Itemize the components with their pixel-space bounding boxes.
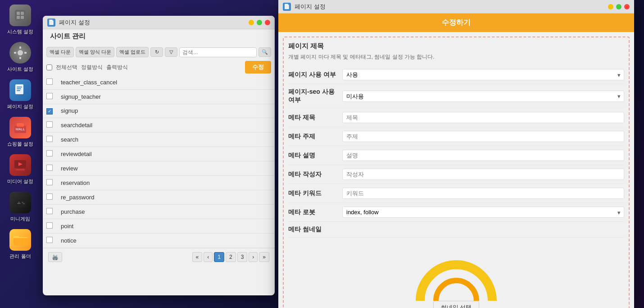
row-checkbox-cell[interactable] (43, 132, 56, 147)
svg-text:MALL: MALL (16, 127, 25, 131)
row-checkbox-cell[interactable] (43, 175, 56, 190)
search-input[interactable] (179, 47, 257, 57)
page-icon-label: 페이지 설정 (7, 103, 33, 110)
first-page-btn[interactable]: « (192, 252, 203, 262)
checkbox-checked[interactable]: ✓ (46, 108, 53, 115)
row-checkbox-cell[interactable] (43, 118, 56, 132)
svg-rect-12 (17, 88, 21, 89)
folder-icon (9, 229, 31, 251)
page-use-row: 페이지 사용 여부 사용 미사용 (288, 65, 624, 84)
page-title-desc: 개별 페이지 마다 제목 및 메타태그, 썸네일 설정 가능 합니다. (288, 53, 624, 61)
row-checkbox-cell[interactable] (43, 75, 56, 90)
table-row: search (43, 132, 275, 147)
search-btn[interactable]: 🔍 (259, 47, 271, 57)
thumbnail-area: 썸네일 선택 (288, 238, 624, 308)
excel-form-btn[interactable]: 엑셀 양식 다운 (76, 47, 114, 57)
row-name-cell: point (56, 219, 275, 233)
pagination-bar: 🖨️ « ‹ 1 2 3 › » (43, 248, 275, 266)
row-checkbox-cell[interactable] (43, 147, 56, 161)
right-close-btn[interactable] (624, 4, 630, 9)
desktop-icon-media[interactable]: 미디어 설정 (2, 154, 38, 185)
page-seo-select[interactable]: 미사용 사용 (342, 91, 624, 102)
right-minimize-btn[interactable] (608, 4, 613, 9)
checkbox-unchecked[interactable] (46, 150, 53, 156)
desktop-icon-game[interactable]: 미니게임 (2, 192, 38, 222)
meta-subject-input[interactable] (342, 131, 624, 142)
svg-rect-13 (17, 90, 20, 91)
print-btn[interactable]: 🖨️ (48, 252, 62, 262)
desktop-icon-folder[interactable]: 관리 폴더 (2, 229, 38, 260)
meta-robot-select-wrapper: index, follow noindex, nofollow (342, 207, 624, 218)
checkbox-unchecked[interactable] (46, 121, 53, 128)
meta-subject-row: 메타 주제 (288, 127, 624, 146)
system-icon (9, 5, 31, 26)
svg-rect-19 (16, 169, 25, 170)
edit-button[interactable]: 수정하기 (278, 14, 634, 32)
right-maximize-btn[interactable] (616, 4, 621, 9)
right-titlebar: 📄 페이지 설정 (278, 0, 634, 14)
page-1-btn[interactable]: 1 (214, 252, 224, 262)
checkbox-unchecked[interactable] (46, 208, 53, 214)
row-checkbox-cell[interactable] (43, 190, 56, 204)
checkbox-unchecked[interactable] (46, 165, 53, 171)
meta-author-row: 메타 작성자 (288, 165, 624, 184)
row-checkbox-cell[interactable] (43, 219, 56, 233)
page-use-select[interactable]: 사용 미사용 (342, 69, 624, 80)
desktop-icon-settings[interactable]: 사이트 설정 (2, 42, 38, 73)
right-window-title: 페이지 설정 (295, 3, 604, 11)
table-row: teacher_class_cancel (43, 75, 275, 90)
desktop-icon-shop[interactable]: MALL 쇼핑몰 설정 (2, 117, 38, 147)
maximize-btn[interactable] (257, 20, 262, 25)
meta-author-input[interactable] (342, 169, 624, 180)
prev-page-btn[interactable]: ‹ (204, 252, 213, 262)
row-checkbox-cell[interactable] (43, 204, 56, 219)
page-3-btn[interactable]: 3 (237, 252, 248, 262)
desktop-icon-system[interactable]: 시스템 설정 (2, 5, 38, 35)
meta-keyword-input[interactable] (342, 188, 624, 199)
excel-upload-btn[interactable]: 엑셀 업로드 (116, 47, 149, 57)
last-page-btn[interactable]: » (259, 252, 269, 262)
checkbox-unchecked[interactable] (46, 93, 53, 99)
page-2-btn[interactable]: 2 (226, 252, 236, 262)
row-checkbox-cell[interactable]: ✓ (43, 104, 56, 118)
checkbox-unchecked[interactable] (46, 136, 53, 142)
meta-subject-label: 메타 주제 (288, 133, 342, 141)
meta-desc-input[interactable] (342, 150, 624, 161)
next-page-btn[interactable]: › (249, 252, 258, 262)
refresh-btn[interactable]: ↻ (150, 47, 163, 57)
filter-btn[interactable]: ▽ (165, 47, 177, 57)
checkbox-toolbar: 전체선택 정렬방식 출력방식 수정 (43, 59, 275, 75)
row-checkbox-cell[interactable] (43, 90, 56, 104)
table-row: re_password (43, 190, 275, 204)
checkbox-unchecked[interactable] (46, 222, 53, 229)
row-checkbox-cell[interactable] (43, 233, 56, 248)
table-row: review (43, 161, 275, 175)
desktop-icon-page[interactable]: 페이지 설정 (2, 79, 38, 110)
svg-rect-4 (21, 16, 24, 19)
table-row: searchdetail (43, 118, 275, 132)
checkbox-unchecked[interactable] (46, 237, 53, 243)
meta-title-input[interactable] (342, 112, 624, 123)
minimize-btn[interactable] (249, 20, 254, 25)
close-btn[interactable] (265, 20, 270, 25)
meta-robot-select[interactable]: index, follow noindex, nofollow (342, 207, 624, 218)
select-all-label: 전체선택 (56, 64, 77, 71)
row-name-cell: teacher_class_cancel (56, 75, 275, 90)
checkbox-unchecked[interactable] (46, 179, 53, 185)
page-seo-label: 페이지-seo 사용 여부 (288, 88, 342, 104)
left-window-icon: 📄 (47, 18, 55, 27)
system-icon-label: 시스템 설정 (7, 28, 33, 35)
right-window: 📄 페이지 설정 수정하기 페이지 제목 개별 페이지 마다 제목 및 메타태그… (278, 0, 634, 308)
right-window-icon: 📄 (283, 3, 291, 11)
thumbnail-select-btn[interactable]: 썸네일 선택 (433, 301, 480, 308)
select-all-checkbox[interactable] (46, 64, 52, 70)
excel-download-btn[interactable]: 엑셀 다운 (46, 47, 74, 57)
row-checkbox-cell[interactable] (43, 161, 56, 175)
checkbox-unchecked[interactable] (46, 78, 53, 85)
row-name-cell: searchdetail (56, 118, 275, 132)
media-icon-label: 미디어 설정 (7, 178, 33, 185)
row-name-cell: signup (56, 104, 275, 118)
row-name-cell: notice (56, 233, 275, 248)
save-btn[interactable]: 수정 (245, 61, 271, 74)
checkbox-unchecked[interactable] (46, 193, 53, 200)
